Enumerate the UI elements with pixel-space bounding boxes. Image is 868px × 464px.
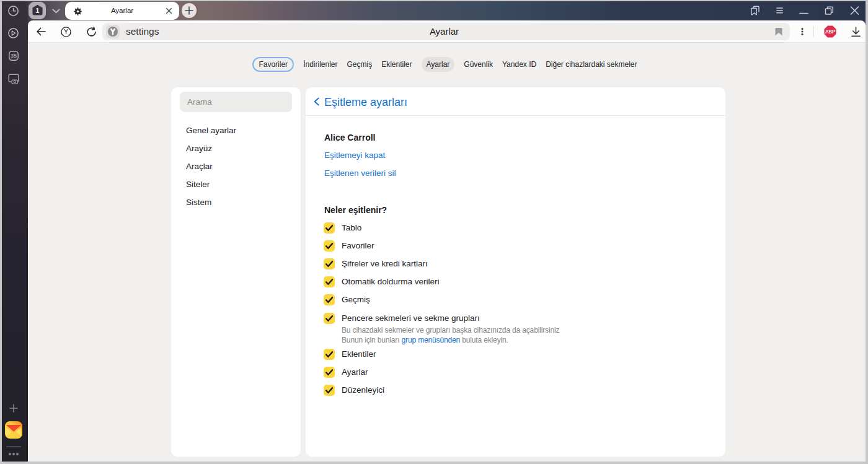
svg-text:35: 35 bbox=[11, 53, 17, 59]
